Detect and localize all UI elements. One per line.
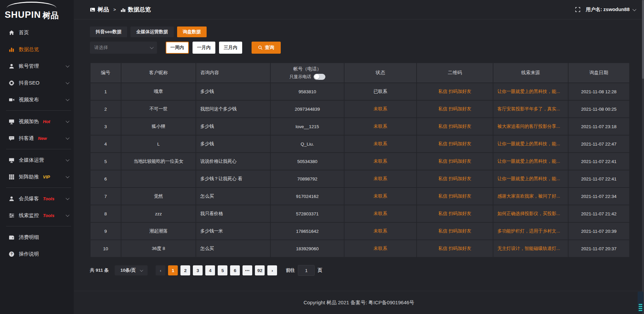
qrcode-cell: 私信 扫码加好友 xyxy=(417,205,493,222)
nickname-cell: 觉然 xyxy=(121,188,196,205)
floating-service-widget[interactable] xyxy=(638,292,643,312)
period-button[interactable]: 三月内 xyxy=(219,42,242,54)
page-button[interactable]: ••• xyxy=(243,265,252,275)
sidebar-item[interactable]: 线索监控 Tools xyxy=(0,207,74,224)
lead-source-link[interactable]: 被大家追着问的客厅投影分享... xyxy=(497,124,560,129)
scan-add-friend-link[interactable]: 扫码加好友 xyxy=(449,89,472,94)
sidebar-item[interactable]: 视频加热 Hot xyxy=(0,113,74,130)
lead-source-link[interactable]: 无主灯设计，智能磁吸轨道灯... xyxy=(497,246,560,251)
phone-only-toggle[interactable] xyxy=(314,74,325,80)
status-cell: 未联系 xyxy=(344,205,416,222)
sidebar-item[interactable]: 全媒体运营 xyxy=(0,152,74,168)
content-cell: 怎么买 xyxy=(196,240,270,257)
sidebar-item-label: 首页 xyxy=(19,30,29,36)
status-cell: 已联系 xyxy=(344,83,416,100)
page-button[interactable]: 2 xyxy=(180,265,190,275)
lead-source-link[interactable]: 如何正确选择投影仪，买投影... xyxy=(497,211,560,216)
lead-source-link[interactable]: 让你一眼就爱上的黑科技，能... xyxy=(497,176,560,181)
source-cell: 感谢大家喜欢我家，被问了好... xyxy=(493,188,568,205)
page-button[interactable]: › xyxy=(267,265,277,275)
pagination: 共 911 条 10条/页 ‹ 1 2 3 4 5 6 xyxy=(90,265,630,276)
row-index-cell: 3 xyxy=(90,118,121,135)
private-message-link[interactable]: 私信 xyxy=(438,141,447,146)
chevron-down-icon xyxy=(66,81,69,84)
private-message-link[interactable]: 私信 xyxy=(438,194,447,199)
date-cell: 2021-11-07 22:41 xyxy=(568,153,630,170)
chevron-down-icon xyxy=(66,119,69,123)
scan-add-friend-link[interactable]: 扫码加好友 xyxy=(449,106,472,111)
sidebar-item-label: 线索监控 xyxy=(19,212,39,219)
account-cell: love__1215 xyxy=(270,118,344,135)
sidebar-item[interactable]: ? 操作说明 xyxy=(0,246,74,262)
private-message-link[interactable]: 私信 xyxy=(438,106,447,111)
sidebar-item[interactable]: 首页 xyxy=(0,24,74,41)
sidebar-item[interactable]: 矩阵助推 VIP xyxy=(0,168,74,185)
page-button[interactable]: 5 xyxy=(218,265,227,275)
nickname-cell xyxy=(121,170,196,188)
page-button[interactable]: 4 xyxy=(205,265,215,275)
lead-source-link[interactable]: 客厅安装投影半年多了，真实... xyxy=(497,106,560,111)
table-row: 2 不可一世 我想问这个多少钱 2097344839 未联系 私信 扫码加好友 … xyxy=(90,100,630,118)
page-button[interactable]: ‹ xyxy=(156,265,165,275)
private-message-link[interactable]: 私信 xyxy=(438,89,447,94)
lead-source-link[interactable]: 多功能护栏灯，适用于乡村文... xyxy=(497,228,560,233)
scan-add-friend-link[interactable]: 扫码加好友 xyxy=(449,141,472,146)
sidebar-item[interactable]: 抖音SEO xyxy=(0,74,74,91)
page-size-select[interactable]: 10条/页 xyxy=(115,265,148,275)
sidebar-item-label: 账号管理 xyxy=(19,63,39,69)
sidebar-item[interactable]: 消费明细 xyxy=(0,229,74,246)
sidebar-item-label: 视频加热 xyxy=(19,118,39,125)
sidebar-item-badge: Tools xyxy=(43,196,54,201)
private-message-link[interactable]: 私信 xyxy=(438,246,447,251)
col-header-account-title: 帐号（电话） xyxy=(275,66,340,72)
tab-button[interactable]: 全媒体运营数据 xyxy=(130,27,174,37)
page-button[interactable]: 6 xyxy=(230,265,240,275)
lead-source-link[interactable]: 感谢大家喜欢我家，被问了好... xyxy=(497,194,560,199)
page-button[interactable]: 92 xyxy=(255,265,265,275)
tab-button[interactable]: 询盘数据 xyxy=(177,27,207,37)
scan-add-friend-link[interactable]: 扫码加好友 xyxy=(449,159,472,164)
breadcrumb-item-root[interactable]: 树品 xyxy=(98,6,109,13)
row-index-cell: 1 xyxy=(90,83,121,100)
svg-text:?: ? xyxy=(10,252,12,256)
fullscreen-icon[interactable] xyxy=(575,7,580,12)
scan-add-friend-link[interactable]: 扫码加好友 xyxy=(449,228,472,233)
search-icon xyxy=(258,45,263,50)
scan-add-friend-link[interactable]: 扫码加好友 xyxy=(449,211,472,216)
filter-select[interactable]: 请选择 xyxy=(90,42,157,54)
breadcrumb: 树品 > 数据总览 xyxy=(90,6,151,13)
lead-source-link[interactable]: 让你一眼就爱上的黑科技，能... xyxy=(497,89,560,94)
sidebar-item[interactable]: 抖客通 New xyxy=(0,130,74,147)
search-button[interactable]: 查询 xyxy=(252,42,281,54)
private-message-link[interactable]: 私信 xyxy=(438,176,447,181)
lead-source-link[interactable]: 让你一眼就爱上的黑科技，能... xyxy=(497,141,560,146)
page-button[interactable]: 1 xyxy=(168,265,178,275)
vertical-scrollbar[interactable] xyxy=(642,0,644,314)
private-message-link[interactable]: 私信 xyxy=(438,211,447,216)
sidebar-item[interactable]: 视频发布 xyxy=(0,91,74,108)
sidebar-item[interactable]: 账号管理 xyxy=(0,58,74,74)
status-badge: 已联系 xyxy=(374,89,387,94)
scan-add-friend-link[interactable]: 扫码加好友 xyxy=(449,124,472,129)
private-message-link[interactable]: 私信 xyxy=(438,124,447,129)
scan-add-friend-link[interactable]: 扫码加好友 xyxy=(449,194,472,199)
page-button[interactable]: 3 xyxy=(193,265,203,275)
username-dropdown[interactable]: 用户名: zswodun88 xyxy=(586,6,635,13)
period-button[interactable]: 一月内 xyxy=(193,42,216,54)
image-icon xyxy=(90,7,95,12)
tab-button[interactable]: 抖音seo数据 xyxy=(90,27,127,37)
table-row: 1 哦章 多少钱 9583810 已联系 私信 扫码加好友 让你一眼就爱上的黑科… xyxy=(90,83,630,100)
period-button[interactable]: 一周内 xyxy=(166,42,189,54)
sidebar-item[interactable]: 会员爆客 Tools xyxy=(0,190,74,207)
private-message-link[interactable]: 私信 xyxy=(438,159,447,164)
bar-chart-icon xyxy=(9,47,14,52)
private-message-link[interactable]: 私信 xyxy=(438,228,447,233)
lead-source-link[interactable]: 让你一眼就爱上的黑科技，能... xyxy=(497,159,560,164)
date-cell: 2021-11-08 12:28 xyxy=(568,83,630,100)
scan-add-friend-link[interactable]: 扫码加好友 xyxy=(449,176,472,181)
scrollbar-thumb[interactable] xyxy=(642,0,644,79)
goto-page-input[interactable] xyxy=(298,265,315,276)
sidebar-item[interactable]: 数据总览 xyxy=(0,41,74,58)
source-cell: 如何正确选择投影仪，买投影... xyxy=(493,205,568,222)
scan-add-friend-link[interactable]: 扫码加好友 xyxy=(449,246,472,251)
